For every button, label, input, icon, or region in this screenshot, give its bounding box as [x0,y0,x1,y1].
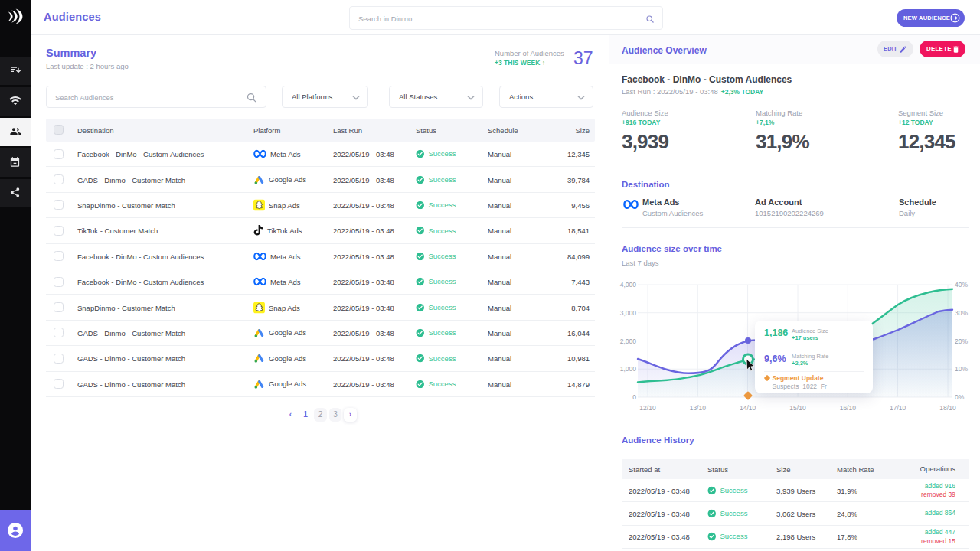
svg-text:4,000: 4,000 [620,281,637,289]
svg-text:13/10: 13/10 [690,404,707,412]
svg-text:15/10: 15/10 [789,404,806,412]
svg-text:14/10: 14/10 [740,404,756,412]
svg-text:12/10: 12/10 [639,404,656,412]
svg-text:0%: 0% [955,393,965,401]
svg-text:17/10: 17/10 [890,404,906,412]
svg-text:30%: 30% [955,309,968,317]
svg-text:10%: 10% [955,365,968,373]
svg-text:1,000: 1,000 [620,365,637,373]
svg-text:0: 0 [632,393,636,401]
svg-text:3,000: 3,000 [620,309,637,317]
svg-text:16/10: 16/10 [840,404,857,412]
svg-text:40%: 40% [955,281,968,289]
svg-text:18/10: 18/10 [939,404,956,412]
svg-text:2,000: 2,000 [620,337,637,345]
svg-text:20%: 20% [955,337,968,345]
